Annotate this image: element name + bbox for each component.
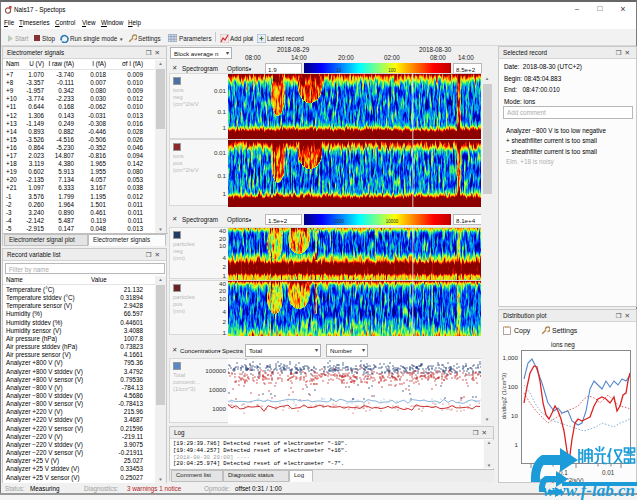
svg-text:10000: 10000 xyxy=(386,219,399,224)
svg-text:100: 100 xyxy=(388,68,396,73)
svg-text:10: 10 xyxy=(336,68,342,73)
svg-text:www.f-lab.cn: www.f-lab.cn xyxy=(543,481,635,500)
svg-text:1000: 1000 xyxy=(334,219,345,224)
